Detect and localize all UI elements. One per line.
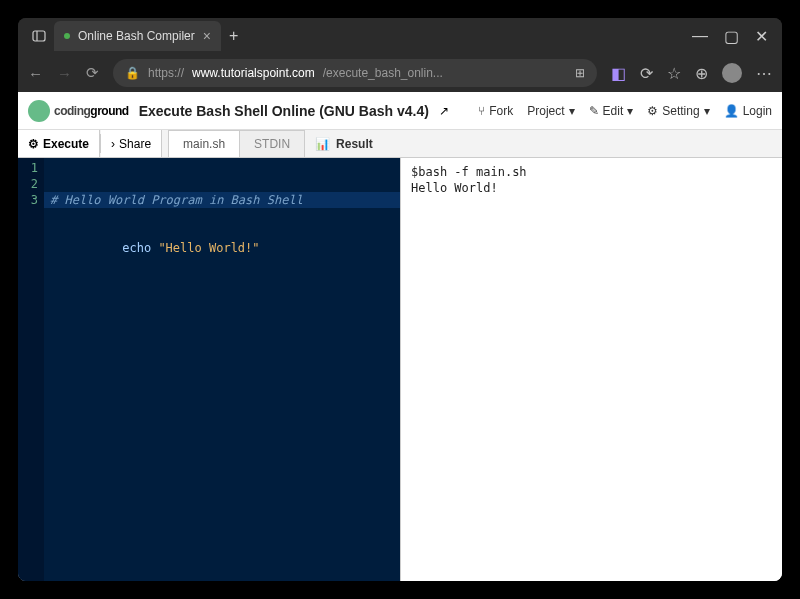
- back-icon[interactable]: ←: [28, 65, 43, 82]
- file-tab-main[interactable]: main.sh: [168, 130, 240, 157]
- favicon-dot: [64, 33, 70, 39]
- chevron-down-icon: ▾: [704, 104, 710, 118]
- collections-icon[interactable]: ⊕: [695, 64, 708, 83]
- open-external-icon[interactable]: ↗: [439, 104, 449, 118]
- gear-run-icon: ⚙: [28, 137, 39, 151]
- toolbar: ⚙ Execute › Share main.sh STDIN 📊 Result: [18, 130, 782, 158]
- app-header: codingground Execute Bash Shell Online (…: [18, 92, 782, 130]
- code-area[interactable]: # Hello World Program in Bash Shell echo…: [44, 158, 400, 581]
- extension-icon[interactable]: ◧: [611, 64, 626, 83]
- page-title: Execute Bash Shell Online (GNU Bash v4.4…: [139, 103, 429, 119]
- profile-avatar[interactable]: [722, 63, 742, 83]
- output-line-2: Hello World!: [411, 180, 772, 196]
- result-header: 📊 Result: [304, 130, 782, 157]
- window-controls: — ▢ ✕: [684, 27, 776, 46]
- minimize-icon[interactable]: —: [692, 27, 708, 46]
- forward-icon[interactable]: →: [57, 65, 72, 82]
- chevron-down-icon: ▾: [627, 104, 633, 118]
- url-input[interactable]: 🔒 https://www.tutorialspoint.com/execute…: [113, 59, 597, 87]
- code-line-1: # Hello World Program in Bash Shell: [50, 193, 303, 207]
- gear-icon: ⚙: [647, 104, 658, 118]
- setting-menu[interactable]: ⚙Setting▾: [647, 104, 709, 118]
- edit-icon: ✎: [589, 104, 599, 118]
- result-panel: $bash -f main.shHello World!: [400, 158, 782, 581]
- new-tab-button[interactable]: +: [229, 27, 238, 45]
- browser-tab-active[interactable]: Online Bash Compiler ×: [54, 21, 221, 51]
- output-line-1: $bash -f main.sh: [411, 164, 772, 180]
- url-path: /execute_bash_onlin...: [323, 66, 443, 80]
- fork-button[interactable]: ⑂Fork: [478, 104, 513, 118]
- sync-icon[interactable]: ⟳: [640, 64, 653, 83]
- project-menu[interactable]: Project▾: [527, 104, 574, 118]
- chevron-down-icon: ▾: [569, 104, 575, 118]
- browser-window: Online Bash Compiler × + — ▢ ✕ ← → ⟳ 🔒 h…: [18, 18, 782, 581]
- code-line-3: echo "Hello World!": [122, 241, 259, 255]
- user-icon: 👤: [724, 104, 739, 118]
- file-tab-stdin[interactable]: STDIN: [239, 130, 305, 157]
- chart-icon: 📊: [315, 137, 330, 151]
- address-bar: ← → ⟳ 🔒 https://www.tutorialspoint.com/e…: [18, 54, 782, 92]
- refresh-icon[interactable]: ⟳: [86, 64, 99, 82]
- titlebar: Online Bash Compiler × + — ▢ ✕: [18, 18, 782, 54]
- chevron-right-icon: ›: [111, 137, 115, 151]
- maximize-icon[interactable]: ▢: [724, 27, 739, 46]
- logo-text: codingground: [54, 104, 129, 118]
- reader-icon[interactable]: ⊞: [575, 66, 585, 80]
- more-icon[interactable]: ⋯: [756, 64, 772, 83]
- code-editor[interactable]: 1 2 3 # Hello World Program in Bash Shel…: [18, 158, 400, 581]
- logo[interactable]: codingground: [28, 100, 129, 122]
- svg-rect-0: [33, 31, 45, 41]
- close-tab-icon[interactable]: ×: [203, 28, 211, 44]
- fork-icon: ⑂: [478, 104, 485, 118]
- favorite-icon[interactable]: ☆: [667, 64, 681, 83]
- lock-icon: 🔒: [125, 66, 140, 80]
- login-button[interactable]: 👤Login: [724, 104, 772, 118]
- page-content: codingground Execute Bash Shell Online (…: [18, 92, 782, 581]
- browser-menu-icon[interactable]: [24, 29, 54, 43]
- tab-strip: Online Bash Compiler × +: [54, 21, 684, 51]
- edit-menu[interactable]: ✎Edit▾: [589, 104, 634, 118]
- close-window-icon[interactable]: ✕: [755, 27, 768, 46]
- workspace: 1 2 3 # Hello World Program in Bash Shel…: [18, 158, 782, 581]
- line-gutter: 1 2 3: [18, 158, 44, 581]
- execute-button[interactable]: ⚙ Execute: [18, 130, 100, 157]
- url-host: www.tutorialspoint.com: [192, 66, 315, 80]
- share-button[interactable]: › Share: [101, 130, 162, 157]
- tab-title: Online Bash Compiler: [78, 29, 195, 43]
- logo-icon: [28, 100, 50, 122]
